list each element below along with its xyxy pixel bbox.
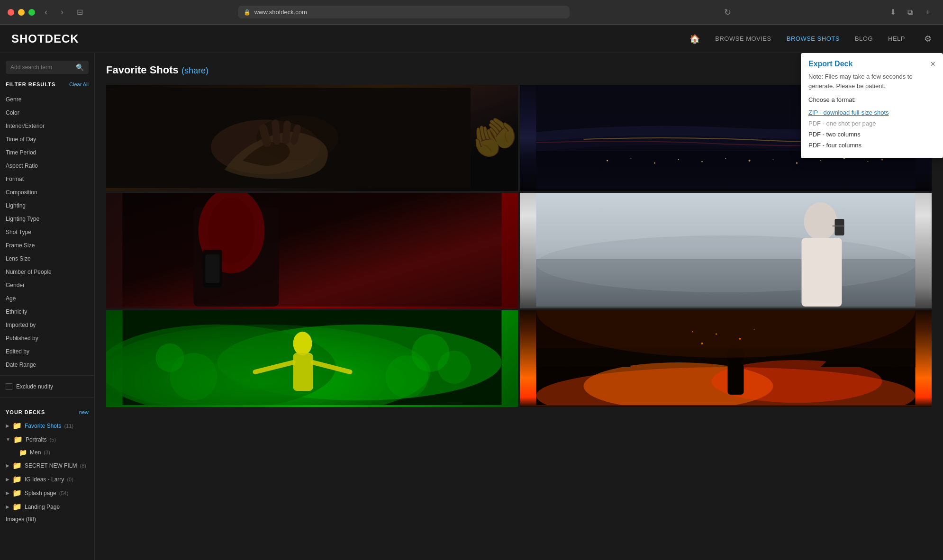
export-zip-option[interactable]: ZIP - download full-size shots — [808, 107, 935, 118]
address-bar[interactable]: 🔒 www.shotdeck.com — [238, 6, 570, 18]
folder-icon: 📁 — [12, 421, 22, 430]
deck-count: (5) — [50, 437, 56, 443]
deck-ig-ideas[interactable]: ▶ 📁 IG Ideas - Larry (0) — [0, 472, 94, 486]
reload-button[interactable]: ↻ — [720, 5, 735, 19]
filter-age[interactable]: Age — [0, 292, 94, 305]
deck-count: (0) — [67, 477, 73, 482]
svg-point-26 — [796, 163, 798, 164]
svg-point-24 — [749, 160, 751, 162]
browser-right-controls: ⬇ ⧉ ＋ — [886, 5, 935, 19]
filter-genre[interactable]: Genre — [0, 93, 94, 106]
clear-all-button[interactable]: Clear All — [69, 81, 89, 87]
svg-point-30 — [881, 159, 883, 161]
svg-point-70 — [754, 329, 755, 330]
close-traffic-light[interactable] — [8, 9, 14, 16]
folder-icon: 📁 — [19, 449, 27, 456]
image-cell-deadpool[interactable] — [106, 193, 518, 308]
deck-label: Favorite Shots — [25, 423, 61, 429]
filter-imported-by[interactable]: Imported by — [0, 318, 94, 332]
export-pdf-one-option[interactable]: PDF - one shot per page — [808, 118, 935, 129]
filter-header: FILTER RESULTS Clear All — [0, 81, 94, 93]
deck-splash-page[interactable]: ▶ 📁 Splash page (54) — [0, 486, 94, 500]
app-container: SHOTDECK 🏠 BROWSE MOVIES BROWSE SHOTS BL… — [0, 25, 943, 560]
expand-icon: ▶ — [6, 504, 9, 509]
svg-point-68 — [716, 334, 717, 335]
exclude-nudity-checkbox[interactable] — [6, 383, 12, 390]
sidebar-divider-2 — [0, 397, 94, 398]
page-title: Favorite Shots (share) — [106, 64, 209, 76]
svg-point-21 — [678, 159, 679, 160]
filter-frame-size[interactable]: Frame Size — [0, 239, 94, 252]
url-text: www.shotdeck.com — [254, 9, 307, 16]
new-tab-button[interactable]: ＋ — [920, 5, 935, 19]
images-row: Images (88) — [0, 514, 94, 525]
deck-count: (8) — [80, 463, 86, 469]
deck-landing-page[interactable]: ▶ 📁 Landing Page — [0, 500, 94, 514]
deck-count: (11) — [64, 423, 73, 429]
svg-rect-43 — [835, 219, 844, 235]
nav-browse-movies[interactable]: BROWSE MOVIES — [715, 35, 771, 42]
filter-aspect-ratio[interactable]: Aspect Ratio — [0, 159, 94, 172]
sidebar-toggle-button[interactable]: ⊟ — [73, 6, 87, 18]
nav-blog[interactable]: BLOG — [855, 35, 873, 42]
filter-number-of-people[interactable]: Number of People — [0, 265, 94, 279]
filter-gender[interactable]: Gender — [0, 279, 94, 292]
filter-lens-size[interactable]: Lens Size — [0, 252, 94, 265]
back-button[interactable]: ‹ — [41, 5, 51, 19]
image-cell-fire[interactable] — [520, 310, 932, 407]
exclude-nudity-row[interactable]: Exclude nudity — [0, 379, 94, 394]
deck-portraits[interactable]: ▼ 📁 Portraits (5) — [0, 433, 94, 446]
filter-lighting[interactable]: Lighting — [0, 199, 94, 212]
decks-header: YOUR DECKS new — [0, 406, 94, 419]
image-cell-green-smoke[interactable] — [106, 310, 518, 407]
filter-ethnicity[interactable]: Ethnicity — [0, 305, 94, 318]
export-popup: Export Deck × Note: Files may take a few… — [801, 53, 943, 158]
filter-date-range[interactable]: Date Range — [0, 358, 94, 371]
fire-image — [520, 310, 932, 407]
filter-shot-type[interactable]: Shot Type — [0, 226, 94, 239]
filter-edited-by[interactable]: Edited by — [0, 345, 94, 358]
svg-point-25 — [773, 159, 774, 160]
share-link[interactable]: (share) — [181, 66, 209, 75]
svg-point-18 — [607, 160, 608, 162]
forward-button[interactable]: › — [57, 5, 67, 19]
filter-time-period[interactable]: Time Period — [0, 146, 94, 159]
window-icon[interactable]: ⧉ — [904, 6, 916, 18]
image-cell-hands[interactable] — [106, 85, 518, 191]
logo[interactable]: SHOTDECK — [11, 32, 79, 45]
deck-label: Men — [30, 449, 41, 456]
filter-published-by[interactable]: Published by — [0, 332, 94, 345]
deck-men[interactable]: 📁 Men (3) — [0, 446, 94, 459]
search-box[interactable]: 🔍 — [6, 61, 89, 74]
svg-rect-37 — [123, 193, 502, 307]
deck-favorite-shots[interactable]: ▶ 📁 Favorite Shots (11) — [0, 419, 94, 433]
nav-help[interactable]: HELP — [888, 35, 905, 42]
deck-secret-new-film[interactable]: ▶ 📁 SECRET NEW FILM (8) — [0, 459, 94, 472]
sidebar-divider — [0, 375, 94, 376]
filter-composition[interactable]: Composition — [0, 186, 94, 199]
popup-close-button[interactable]: × — [930, 60, 935, 68]
man-phone-svg — [520, 193, 932, 307]
folder-icon: 📁 — [12, 488, 22, 497]
download-icon[interactable]: ⬇ — [886, 6, 900, 18]
filter-time-of-day[interactable]: Time of Day — [0, 133, 94, 146]
search-input[interactable] — [10, 64, 73, 71]
filter-color[interactable]: Color — [0, 106, 94, 119]
filter-interior-exterior[interactable]: Interior/Exterior — [0, 119, 94, 133]
expand-icon: ▶ — [6, 463, 9, 468]
export-pdf-four-option[interactable]: PDF - four columns — [808, 140, 935, 151]
svg-point-20 — [654, 163, 655, 164]
filter-lighting-type[interactable]: Lighting Type — [0, 212, 94, 226]
popup-body: Note: Files may take a few seconds to ge… — [801, 72, 943, 158]
search-button[interactable]: 🔍 — [76, 63, 84, 71]
home-icon[interactable]: 🏠 — [689, 34, 700, 44]
fullscreen-traffic-light[interactable] — [28, 9, 35, 16]
nav-browse-shots[interactable]: BROWSE SHOTS — [787, 35, 840, 42]
filter-format[interactable]: Format — [0, 172, 94, 186]
svg-point-22 — [701, 161, 703, 163]
export-pdf-two-option[interactable]: PDF - two columns — [808, 129, 935, 140]
minimize-traffic-light[interactable] — [18, 9, 25, 16]
settings-icon[interactable]: ⚙ — [924, 34, 932, 44]
new-deck-button[interactable]: new — [79, 409, 89, 415]
image-cell-man-phone[interactable] — [520, 193, 932, 308]
